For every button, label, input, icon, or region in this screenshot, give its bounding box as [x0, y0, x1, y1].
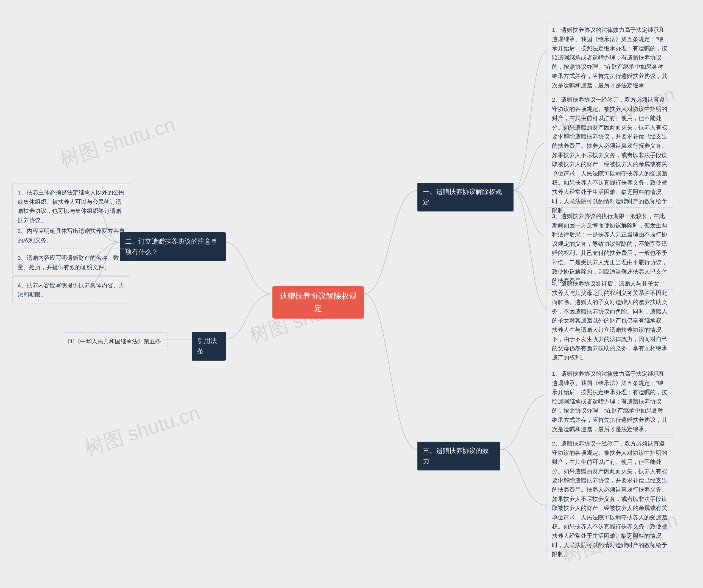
effect-item-2: 2、遗赠扶养协议一经签订，双方必须认真遵守协议的各项规定。被扶养人对协议中指明的…	[546, 435, 674, 563]
law-item-1: [1]《中华人民共和国继承法》第五条	[63, 332, 167, 351]
center-node[interactable]: 遗赠扶养协议解除权规定	[272, 286, 364, 318]
notes-item-3: 3、遗赠内容应写明遗赠财产的名称、数量、处所，并提供有效的证明文件。	[12, 249, 130, 276]
notes-item-4: 4、扶养内容应写明提供扶养具体内容、办法和期限。	[12, 276, 130, 303]
effect-item-sliver	[546, 550, 674, 552]
notes-item-2: 2、内容应明确具体写出遗赠扶养双方各自的权利义务。	[12, 222, 130, 249]
watermark: 树图 shutu.cn	[81, 399, 204, 462]
rules-item-1: 1、遗赠扶养协议的法律效力高于法定继承和遗嘱继承。我国《继承法》第五条规定："继…	[546, 21, 674, 94]
rules-item-4: 4、遗赠扶养协议签订后，遗赠人与其子女、扶养人与其父母之间的权利义务关系并不因此…	[546, 275, 674, 366]
branch-effect[interactable]: 三、遗赠扶养协议的效力	[417, 442, 500, 470]
branch-law[interactable]: 引用法条	[192, 332, 226, 361]
branch-rules[interactable]: 一、遗赠扶养协议解除权规定	[417, 182, 514, 212]
rules-item-2: 2、遗赠扶养协议一经签订，双方必须认真遵守协议的各项规定。被扶养人对协议中指明的…	[546, 91, 674, 219]
effect-item-1: 1、遗赠扶养协议的法律效力高于法定继承和遗嘱继承。我国《继承法》第五条规定："继…	[546, 365, 674, 438]
watermark: 树图 shutu.cn	[57, 111, 179, 173]
branch-notes[interactable]: 二、订立遗赠扶养协议的注意事项有什么？	[120, 232, 226, 261]
